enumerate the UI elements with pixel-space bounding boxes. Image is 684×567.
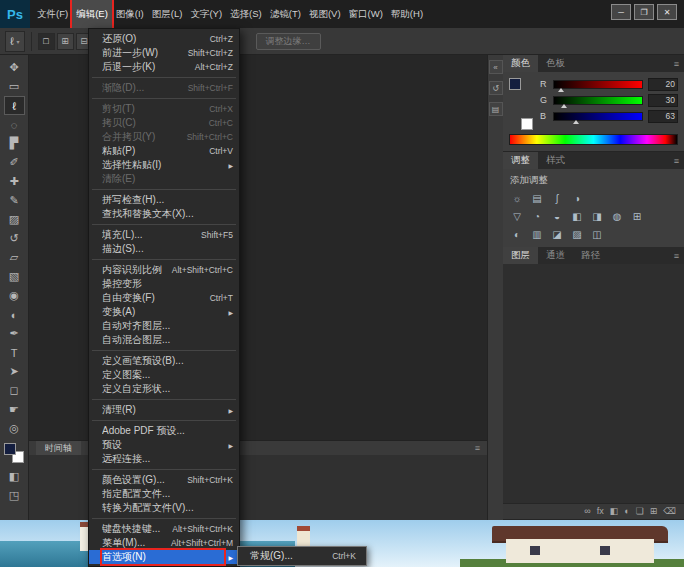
clone-stamp-tool-icon[interactable]: ▨ <box>4 210 25 229</box>
edit-menu-item[interactable]: 远程连接... <box>89 452 239 466</box>
tool-preset-button[interactable]: ℓ ▾ <box>5 31 25 52</box>
history-icon[interactable]: ↺ <box>489 81 503 95</box>
color-panel-tab[interactable]: 色板 <box>538 55 573 72</box>
channel-slider[interactable] <box>553 80 643 89</box>
move-tool-icon[interactable]: ✥ <box>4 58 25 77</box>
edit-menu-item[interactable]: 描边(S)... <box>89 242 239 256</box>
exposure-icon[interactable]: ◑ <box>570 192 584 205</box>
minimize-button[interactable]: ─ <box>611 4 631 20</box>
properties-icon[interactable]: ▤ <box>489 102 503 116</box>
delete-layer-icon[interactable]: ⌫ <box>663 504 676 519</box>
menubar-item-filter[interactable]: 滤镜(T) <box>266 0 305 28</box>
spot-healing-brush-tool-icon[interactable]: ✚ <box>4 172 25 191</box>
edit-menu-item[interactable]: 定义图案... <box>89 368 239 382</box>
edit-menu-item[interactable]: 首选项(N)▶ <box>89 550 239 564</box>
edit-menu-item[interactable]: 拼写检查(H)... <box>89 193 239 207</box>
adjustments-panel-tab[interactable]: 调整 <box>503 152 538 169</box>
channel-value[interactable]: 30 <box>648 94 678 107</box>
edit-menu-item[interactable]: 清除(E) <box>89 172 239 186</box>
new-selection-mode-button[interactable]: □ <box>38 33 55 50</box>
layers-panel-tab[interactable]: 图层 <box>503 247 538 264</box>
brightness-contrast-icon[interactable]: ☼ <box>510 192 524 205</box>
eraser-tool-icon[interactable]: ▱ <box>4 248 25 267</box>
timeline-menu-icon[interactable]: ≡ <box>475 443 480 453</box>
pen-tool-icon[interactable]: ✒ <box>4 324 25 343</box>
edit-menu-item[interactable]: 后退一步(K)Alt+Ctrl+Z <box>89 60 239 74</box>
vibrance-icon[interactable]: ▽ <box>510 210 524 223</box>
channel-value[interactable]: 20 <box>648 78 678 91</box>
panel-menu-icon[interactable]: ≡ <box>669 55 684 72</box>
blur-tool-icon[interactable]: ◉ <box>4 286 25 305</box>
new-layer-icon[interactable]: ⊞ <box>650 504 658 519</box>
timeline-tab[interactable]: 时间轴 <box>36 441 81 456</box>
foreground-color-swatch[interactable] <box>4 443 16 455</box>
menubar-item-window[interactable]: 窗口(W) <box>345 0 387 28</box>
crop-tool-icon[interactable]: ▛ <box>4 134 25 153</box>
color-balance-icon[interactable]: ◒ <box>550 210 564 223</box>
color-lookup-icon[interactable]: ⊞ <box>630 210 644 223</box>
threshold-icon[interactable]: ◪ <box>550 228 564 241</box>
edit-menu-item[interactable]: 指定配置文件... <box>89 487 239 501</box>
screen-mode-icon[interactable]: ◳ <box>4 486 25 505</box>
edit-menu-item[interactable]: 查找和替换文本(X)... <box>89 207 239 221</box>
edit-menu-item[interactable]: 定义画笔预设(B)... <box>89 354 239 368</box>
slider-thumb[interactable] <box>561 104 567 108</box>
selective-color-icon[interactable]: ◫ <box>590 228 604 241</box>
dodge-tool-icon[interactable]: ◐ <box>4 305 25 324</box>
gradient-tool-icon[interactable]: ▧ <box>4 267 25 286</box>
menubar-item-layer[interactable]: 图层(L) <box>148 0 187 28</box>
menubar-item-select[interactable]: 选择(S) <box>226 0 266 28</box>
channel-slider[interactable] <box>553 96 643 105</box>
edit-menu-item[interactable]: 拷贝(C)Ctrl+C <box>89 116 239 130</box>
history-brush-tool-icon[interactable]: ↺ <box>4 229 25 248</box>
edit-menu-item[interactable]: 还原(O)Ctrl+Z <box>89 32 239 46</box>
panel-menu-icon[interactable]: ≡ <box>669 152 684 169</box>
edit-menu-item[interactable]: 剪切(T)Ctrl+X <box>89 102 239 116</box>
hue-saturation-icon[interactable]: ◔ <box>530 210 544 223</box>
photo-filter-icon[interactable]: ◨ <box>590 210 604 223</box>
edit-menu-item[interactable]: Adobe PDF 预设... <box>89 424 239 438</box>
menubar-item-edit[interactable]: 编辑(E) <box>72 0 112 28</box>
edit-menu-item[interactable]: 渐隐(D)...Shift+Ctrl+F <box>89 81 239 95</box>
edit-menu-item[interactable]: 填充(L)...Shift+F5 <box>89 228 239 242</box>
edit-menu-item[interactable]: 键盘快捷键...Alt+Shift+Ctrl+K <box>89 522 239 536</box>
edit-menu-item[interactable]: 变换(A)▶ <box>89 305 239 319</box>
edit-menu-item[interactable]: 选择性粘贴(I)▶ <box>89 158 239 172</box>
quick-selection-tool-icon[interactable]: ◌ <box>4 115 25 134</box>
menubar-item-file[interactable]: 文件(F) <box>33 0 72 28</box>
submenu-item[interactable]: 常规(G)...Ctrl+K <box>238 549 366 563</box>
brush-tool-icon[interactable]: ✎ <box>4 191 25 210</box>
posterize-icon[interactable]: ▥ <box>530 228 544 241</box>
link-layers-icon[interactable]: ∞ <box>584 504 590 519</box>
zoom-tool-icon[interactable]: ◎ <box>4 419 25 438</box>
menubar-item-image[interactable]: 图像(I) <box>112 0 148 28</box>
slider-thumb[interactable] <box>558 88 564 92</box>
edit-menu-item[interactable]: 预设▶ <box>89 438 239 452</box>
new-group-icon[interactable]: ❏ <box>636 504 644 519</box>
rectangular-marquee-tool-icon[interactable]: ▭ <box>4 77 25 96</box>
curves-icon[interactable]: ʃ <box>550 192 564 205</box>
layer-style-icon[interactable]: fx <box>597 504 604 519</box>
edit-menu-item[interactable]: 自动混合图层... <box>89 333 239 347</box>
menubar-item-type[interactable]: 文字(Y) <box>186 0 226 28</box>
edit-menu-item[interactable]: 内容识别比例Alt+Shift+Ctrl+C <box>89 263 239 277</box>
layer-mask-icon[interactable]: ◧ <box>610 504 619 519</box>
gradient-map-icon[interactable]: ▨ <box>570 228 584 241</box>
eyedropper-tool-icon[interactable]: ✐ <box>4 153 25 172</box>
layers-panel-tab[interactable]: 路径 <box>573 247 608 264</box>
foreground-color-swatch[interactable] <box>509 78 521 90</box>
maximize-button[interactable]: ❐ <box>634 4 654 20</box>
edit-menu-item[interactable]: 菜单(M)...Alt+Shift+Ctrl+M <box>89 536 239 550</box>
shape-tool-icon[interactable]: ◻ <box>4 381 25 400</box>
levels-icon[interactable]: ▤ <box>530 192 544 205</box>
color-spectrum-ramp[interactable] <box>509 134 678 145</box>
black-white-icon[interactable]: ◧ <box>570 210 584 223</box>
panel-menu-icon[interactable]: ≡ <box>669 247 684 264</box>
lasso-tool-icon[interactable]: ℓ <box>4 96 25 115</box>
color-panel-tab[interactable]: 颜色 <box>503 55 538 72</box>
adjustment-layer-icon[interactable]: ◐ <box>624 504 629 519</box>
edit-menu-item[interactable]: 清理(R)▶ <box>89 403 239 417</box>
invert-icon[interactable]: ◐ <box>510 228 524 241</box>
edit-menu-item[interactable]: 粘贴(P)Ctrl+V <box>89 144 239 158</box>
refine-edge-button[interactable]: 调整边缘… <box>256 33 321 50</box>
